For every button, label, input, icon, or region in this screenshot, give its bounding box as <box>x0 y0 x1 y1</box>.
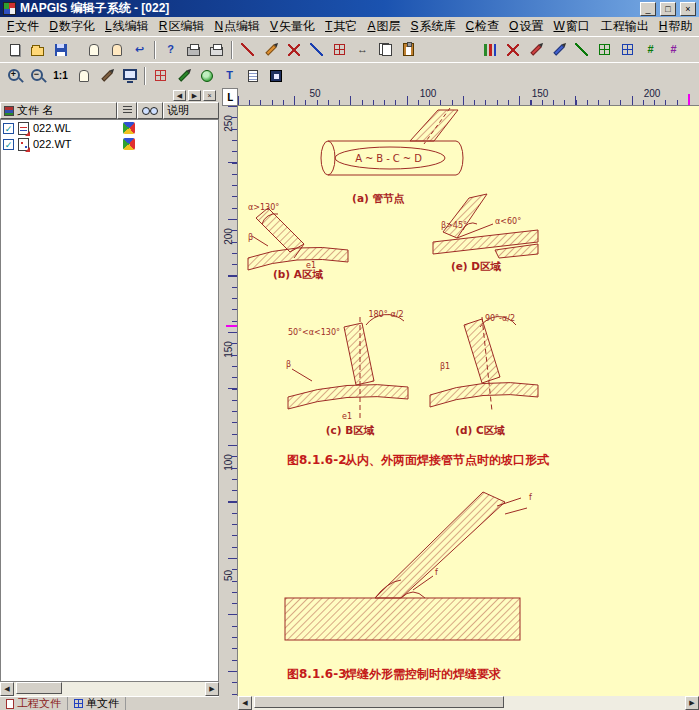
undo-icon: ↩ <box>135 44 144 55</box>
tab-single-file[interactable]: 单文件 <box>68 697 126 710</box>
pencil-edit-button[interactable] <box>524 39 547 60</box>
scroll-track[interactable] <box>252 696 685 710</box>
menu-item-vectorize[interactable]: V矢量化 <box>265 16 320 37</box>
visibility-button[interactable] <box>137 102 163 119</box>
menu-item-layer[interactable]: A图层 <box>362 16 405 37</box>
paste-button[interactable] <box>397 39 420 60</box>
grid-edit-green-button[interactable] <box>593 39 616 60</box>
map-canvas[interactable]: A~B-C~D (a) 管节点 α>130° β e1 (b) A区域 <box>238 106 699 696</box>
menu-item-help[interactable]: H帮助 <box>654 16 698 37</box>
scroll-left-button[interactable]: ◀ <box>0 682 14 696</box>
scroll-left-button[interactable]: ◀ <box>238 696 252 710</box>
print-preview-icon <box>210 47 223 56</box>
menu-item-syslib[interactable]: S系统库 <box>405 16 460 37</box>
tab-project-file[interactable]: 工程文件 <box>0 697 68 710</box>
draw-polyline-button[interactable] <box>236 39 259 60</box>
panel-scroll-right-button[interactable]: ▶ <box>188 90 201 101</box>
edit-state-icon[interactable] <box>123 122 135 134</box>
pencil-attr-button[interactable] <box>547 39 570 60</box>
open-project-button[interactable] <box>26 39 49 60</box>
column-header-filename[interactable]: 文件 名 <box>0 102 117 119</box>
measure-line-button[interactable] <box>570 39 593 60</box>
link-line-button[interactable] <box>305 39 328 60</box>
zoom-out-button[interactable]: − <box>26 65 49 86</box>
checkbox-022-wt[interactable]: ✓ <box>3 139 14 150</box>
new-file-button[interactable] <box>3 39 26 60</box>
browse-globe-button[interactable] <box>195 65 218 86</box>
green-pencil-icon <box>178 70 189 81</box>
ruler-number: 100 <box>420 88 437 99</box>
print-button[interactable] <box>182 39 205 60</box>
menu-item-point-edit[interactable]: N点编辑 <box>209 16 265 37</box>
canvas-area: L 50 100 150 200 250 200 150 100 50 <box>222 88 699 710</box>
zoom-in-button[interactable]: + <box>3 65 26 86</box>
figure-d-region: β>45° α<60° (e) D区域 <box>433 194 538 272</box>
layer-bars-icon <box>484 44 496 56</box>
menu-key: N <box>214 19 223 33</box>
menu-label: 线编辑 <box>113 19 149 33</box>
ruler-number: 50 <box>223 560 234 592</box>
hash-green-button[interactable]: # <box>639 39 662 60</box>
zoom-1-1-button[interactable]: 1:1 <box>49 65 72 86</box>
edit-state-icon[interactable] <box>123 138 135 150</box>
close-button[interactable]: × <box>680 2 696 16</box>
red-pencil-icon <box>530 44 541 55</box>
menu-item-file[interactable]: F文件 <box>2 16 44 37</box>
new-file-icon <box>10 44 20 56</box>
menu-item-project-output[interactable]: 工程输出 <box>595 16 654 37</box>
scroll-right-button[interactable]: ▶ <box>205 682 219 696</box>
context-help-button[interactable]: ? <box>159 39 182 60</box>
full-screen-display-button[interactable] <box>118 65 141 86</box>
update-window-button[interactable] <box>149 65 172 86</box>
hash-purple-button[interactable]: # <box>662 39 685 60</box>
browse-tool-button[interactable] <box>105 39 128 60</box>
node-edit-button[interactable] <box>328 39 351 60</box>
app-icon[interactable] <box>3 2 16 15</box>
menu-item-check[interactable]: C检查 <box>460 16 504 37</box>
ruler-number: 200 <box>644 88 661 99</box>
file-row-022-wl[interactable]: ✓ 022.WL <box>1 120 218 136</box>
delete-x-button[interactable] <box>501 39 524 60</box>
app-window-button[interactable] <box>264 65 287 86</box>
pencil-green-button[interactable] <box>172 65 195 86</box>
scroll-thumb[interactable] <box>16 682 62 694</box>
menu-item-other[interactable]: T其它 <box>320 16 362 37</box>
layer-bars-button[interactable] <box>478 39 501 60</box>
scroll-thumb[interactable] <box>254 696 504 708</box>
cut-line-button[interactable] <box>282 39 305 60</box>
edit-line-button[interactable] <box>259 39 282 60</box>
note-edit-button[interactable] <box>241 65 264 86</box>
menu-label: 区编辑 <box>168 19 204 33</box>
welding-diagram: A~B-C~D (a) 管节点 α>130° β e1 (b) A区域 <box>238 106 699 696</box>
move-tool-button[interactable]: ↔ <box>351 39 374 60</box>
redraw-button[interactable] <box>95 65 118 86</box>
pan-button[interactable] <box>72 65 95 86</box>
panel-scroll-left-button[interactable]: ◀ <box>173 90 186 101</box>
panel-close-button[interactable]: × <box>203 90 216 101</box>
figure-c-label: (c) B区域 <box>326 424 375 436</box>
column-header-description[interactable]: 说明 <box>163 102 219 119</box>
monitor-icon <box>123 69 137 80</box>
menu-item-line-edit[interactable]: L线编辑 <box>100 16 154 37</box>
print-preview-button[interactable] <box>205 39 228 60</box>
save-button[interactable] <box>49 39 72 60</box>
undo-button[interactable]: ↩ <box>128 39 151 60</box>
menu-item-window[interactable]: W窗口 <box>548 16 594 37</box>
grid-edit-blue-button[interactable] <box>616 39 639 60</box>
figure-a-label: (a) 管节点 <box>352 192 404 205</box>
ruler-corner[interactable]: L <box>222 88 238 106</box>
copy-button[interactable] <box>374 39 397 60</box>
menu-item-digitize[interactable]: D数字化 <box>44 16 100 37</box>
scroll-track[interactable] <box>14 682 205 696</box>
hand-tool-button[interactable] <box>82 39 105 60</box>
menu-item-settings[interactable]: O设置 <box>504 16 548 37</box>
scroll-right-button[interactable]: ▶ <box>685 696 699 710</box>
file-row-022-wt[interactable]: ✓ 022.WT <box>1 136 218 152</box>
checkbox-022-wl[interactable]: ✓ <box>3 123 14 134</box>
copy-pages-icon <box>379 43 392 56</box>
sort-button[interactable] <box>117 102 137 119</box>
menu-item-area-edit[interactable]: R区编辑 <box>154 16 210 37</box>
text-label-button[interactable]: T <box>218 65 241 86</box>
minimize-button[interactable]: _ <box>640 2 656 16</box>
maximize-button[interactable]: □ <box>660 2 676 16</box>
